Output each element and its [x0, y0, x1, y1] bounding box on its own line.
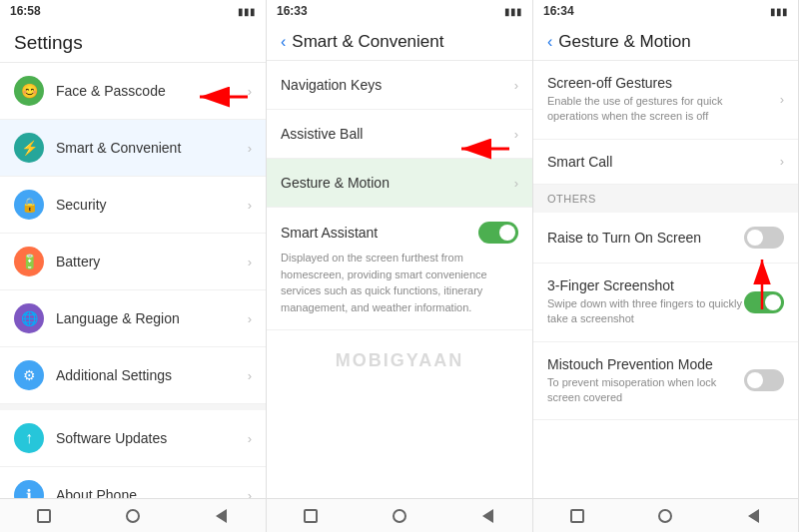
security-arrow: ›: [248, 198, 252, 213]
nav-keys-label: Navigation Keys: [281, 77, 514, 93]
mid-header: ‹ Smart & Convenient: [267, 22, 532, 61]
mid-status-icons: ▮▮▮: [504, 6, 522, 17]
mid-nav-circle[interactable]: [389, 505, 410, 527]
software-updates-label: Software Updates: [56, 430, 248, 446]
mistouch-prevention-label: Mistouch Prevention Mode: [547, 356, 744, 372]
language-arrow: ›: [248, 311, 252, 326]
others-section-header: OTHERS: [533, 185, 798, 213]
three-finger-screenshot-toggle[interactable]: [744, 291, 784, 313]
right-back-arrow[interactable]: ‹: [547, 33, 552, 51]
left-status-icons: ▮▮▮: [238, 6, 256, 17]
mid-nav-back[interactable]: [477, 505, 499, 527]
assistive-ball-label: Assistive Ball: [281, 126, 514, 142]
assistive-ball-arrow: ›: [514, 127, 518, 142]
right-panel: 16:34 ▮▮▮ ‹ Gesture & Motion Screen-off …: [533, 0, 799, 532]
right-item-three-finger-screenshot[interactable]: 3-Finger Screenshot Swipe down with thre…: [533, 264, 798, 342]
raise-turn-on-toggle[interactable]: [744, 227, 784, 249]
battery-icon: 🔋: [14, 247, 44, 276]
screen-off-gestures-sublabel: Enable the use of gestures for quick ope…: [547, 94, 772, 125]
left-status-bar: 16:58 ▮▮▮: [0, 0, 266, 22]
software-updates-icon: ↑: [14, 423, 44, 453]
right-nav-circle[interactable]: [654, 505, 676, 527]
face-passcode-arrow: ›: [248, 84, 252, 99]
battery-label: Battery: [56, 254, 248, 269]
sidebar-item-software-updates[interactable]: ↑ Software Updates ›: [0, 410, 266, 467]
left-nav-square[interactable]: [33, 505, 55, 527]
security-icon: 🔒: [14, 190, 44, 220]
right-time: 16:34: [543, 4, 574, 18]
software-updates-arrow: ›: [248, 431, 252, 446]
gesture-motion-arrow: ›: [514, 176, 518, 191]
right-nav-square[interactable]: [566, 505, 588, 527]
left-nav-back[interactable]: [211, 505, 233, 527]
screen-off-gestures-content: Screen-off Gestures Enable the use of ge…: [547, 75, 772, 125]
three-finger-screenshot-sublabel: Swipe down with three fingers to quickly…: [547, 296, 744, 327]
sidebar-item-battery[interactable]: 🔋 Battery ›: [0, 234, 266, 290]
mid-title: Smart & Convenient: [292, 32, 443, 52]
left-time: 16:58: [10, 4, 41, 18]
additional-icon: ⚙: [14, 360, 44, 390]
left-settings-list[interactable]: 😊 Face & Passcode › ⚡ Smart & Convenient…: [0, 63, 266, 498]
about-phone-label: About Phone: [56, 487, 248, 498]
face-passcode-label: Face & Passcode: [56, 83, 248, 99]
mid-smart-assistant-block: Smart Assistant Displayed on the screen …: [267, 208, 532, 330]
smart-assistant-toggle[interactable]: [478, 222, 518, 244]
right-status-icons: ▮▮▮: [770, 6, 788, 17]
right-item-mistouch-prevention[interactable]: Mistouch Prevention Mode To prevent miso…: [533, 342, 798, 421]
smart-convenient-arrow: ›: [248, 141, 252, 156]
left-header: Settings: [0, 22, 266, 63]
sidebar-item-about-phone[interactable]: ℹ About Phone ›: [0, 467, 266, 498]
sidebar-item-smart-convenient[interactable]: ⚡ Smart & Convenient ›: [0, 120, 266, 177]
mid-panel: 16:33 ▮▮▮ ‹ Smart & Convenient Navigatio…: [267, 0, 533, 532]
screen-off-gestures-label: Screen-off Gestures: [547, 75, 772, 91]
sidebar-item-security[interactable]: 🔒 Security ›: [0, 177, 266, 234]
left-panel: 16:58 ▮▮▮ Settings 😊 Face & Passcode › ⚡…: [0, 0, 267, 532]
mid-bottom-nav: [267, 498, 532, 532]
smart-convenient-label: Smart & Convenient: [56, 140, 248, 156]
right-title: Gesture & Motion: [558, 32, 690, 52]
smart-call-arrow: ›: [780, 154, 784, 169]
about-phone-icon: ℹ: [14, 480, 44, 498]
additional-arrow: ›: [248, 368, 252, 383]
mistouch-prevention-toggle[interactable]: [744, 369, 784, 391]
sidebar-item-additional[interactable]: ⚙ Additional Settings ›: [0, 347, 266, 404]
mid-time: 16:33: [277, 4, 308, 18]
three-finger-screenshot-content: 3-Finger Screenshot Swipe down with thre…: [547, 277, 744, 327]
nav-keys-arrow: ›: [514, 78, 518, 93]
mid-item-nav-keys[interactable]: Navigation Keys ›: [267, 61, 532, 110]
language-label: Language & Region: [56, 310, 248, 326]
left-title: Settings: [14, 32, 252, 54]
about-phone-arrow: ›: [248, 488, 252, 499]
sidebar-item-language[interactable]: 🌐 Language & Region ›: [0, 290, 266, 347]
raise-turn-on-label: Raise to Turn On Screen: [547, 230, 744, 246]
mid-item-assistive-ball[interactable]: Assistive Ball ›: [267, 110, 532, 159]
smart-call-label: Smart Call: [547, 154, 772, 170]
battery-arrow: ›: [248, 255, 252, 269]
security-label: Security: [56, 197, 248, 213]
left-nav-circle[interactable]: [122, 505, 144, 527]
smart-assistant-description: Displayed on the screen furthest from ho…: [281, 250, 518, 315]
right-bottom-nav: [533, 498, 798, 532]
right-nav-back[interactable]: [743, 505, 765, 527]
smart-convenient-icon: ⚡: [14, 133, 44, 163]
mid-nav-square[interactable]: [300, 505, 322, 527]
right-settings-list[interactable]: Screen-off Gestures Enable the use of ge…: [533, 61, 798, 498]
raise-turn-on-content: Raise to Turn On Screen: [547, 230, 744, 246]
three-finger-screenshot-label: 3-Finger Screenshot: [547, 277, 744, 293]
right-header: ‹ Gesture & Motion: [533, 22, 798, 61]
mistouch-prevention-content: Mistouch Prevention Mode To prevent miso…: [547, 356, 744, 406]
app-container: 16:58 ▮▮▮ Settings 😊 Face & Passcode › ⚡…: [0, 0, 799, 532]
right-item-raise-turn-on[interactable]: Raise to Turn On Screen: [533, 213, 798, 264]
right-item-smart-call[interactable]: Smart Call ›: [533, 140, 798, 185]
mid-back-arrow[interactable]: ‹: [281, 33, 286, 51]
mistouch-prevention-sublabel: To prevent misoperation when lock screen…: [547, 375, 744, 406]
smart-call-content: Smart Call: [547, 154, 772, 170]
mid-item-gesture-motion[interactable]: Gesture & Motion ›: [267, 159, 532, 208]
mid-settings-list[interactable]: Navigation Keys › Assistive Ball › Gestu…: [267, 61, 532, 498]
smart-assistant-row: Smart Assistant: [281, 222, 518, 244]
right-status-bar: 16:34 ▮▮▮: [533, 0, 798, 22]
mid-status-bar: 16:33 ▮▮▮: [267, 0, 532, 22]
right-item-screen-off-gestures[interactable]: Screen-off Gestures Enable the use of ge…: [533, 61, 798, 140]
sidebar-item-face-passcode[interactable]: 😊 Face & Passcode ›: [0, 63, 266, 120]
screen-off-gestures-arrow: ›: [780, 92, 784, 107]
